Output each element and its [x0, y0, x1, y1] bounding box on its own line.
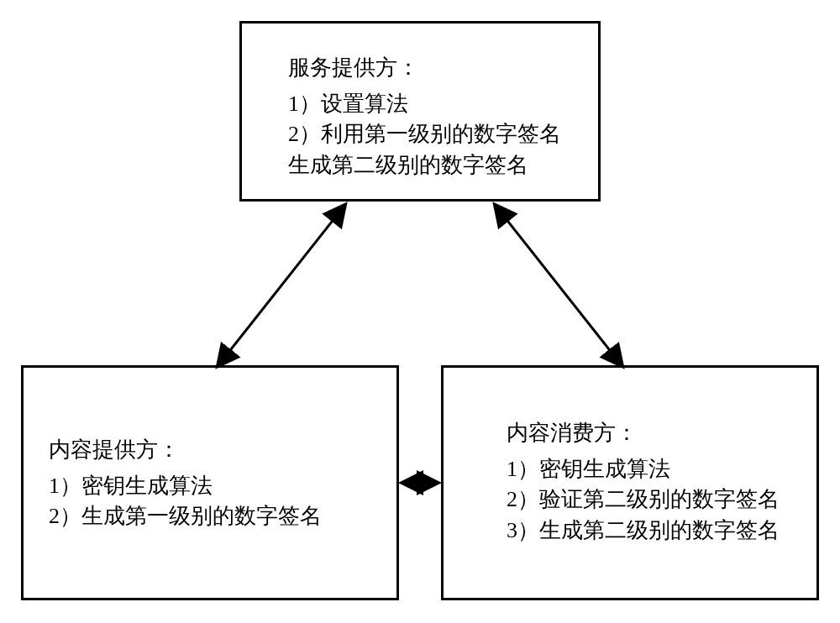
- svg-line-5: [496, 206, 622, 365]
- service-provider-item2: 2）利用第一级别的数字签名: [288, 119, 585, 149]
- content-provider-item1: 1）密钥生成算法: [49, 471, 384, 501]
- content-provider-content: 内容提供方： 1）密钥生成算法 2）生成第一级别的数字签名: [36, 385, 384, 532]
- service-provider-content: 服务提供方： 1）设置算法 2）利用第一级别的数字签名 生成第二级别的数字签名: [255, 40, 585, 181]
- content-consumer-title: 内容消费方：: [507, 418, 804, 448]
- content-consumer-content: 内容消费方： 1）密钥生成算法 2）验证第二级别的数字签名 3）生成第二级别的数…: [456, 385, 804, 546]
- arrow-top-to-right: [479, 202, 638, 369]
- content-consumer-box: 内容消费方： 1）密钥生成算法 2）验证第二级别的数字签名 3）生成第二级别的数…: [441, 365, 819, 600]
- content-consumer-item3: 3）生成第二级别的数字签名: [507, 516, 804, 546]
- content-provider-title: 内容提供方：: [49, 435, 384, 464]
- content-provider-item2: 2）生成第一级别的数字签名: [49, 501, 384, 531]
- service-provider-item3: 生成第二级别的数字签名: [288, 150, 585, 181]
- content-provider-box: 内容提供方： 1）密钥生成算法 2）生成第一级别的数字签名: [21, 365, 399, 600]
- service-provider-title: 服务提供方：: [288, 53, 585, 82]
- svg-line-2: [218, 206, 344, 365]
- content-consumer-item2: 2）验证第二级别的数字签名: [507, 484, 804, 515]
- arrow-top-to-left: [202, 202, 361, 369]
- arrow-left-to-right: [399, 470, 441, 495]
- content-consumer-item1: 1）密钥生成算法: [507, 454, 804, 484]
- service-provider-box: 服务提供方： 1）设置算法 2）利用第一级别的数字签名 生成第二级别的数字签名: [239, 21, 601, 202]
- service-provider-item1: 1）设置算法: [288, 89, 585, 119]
